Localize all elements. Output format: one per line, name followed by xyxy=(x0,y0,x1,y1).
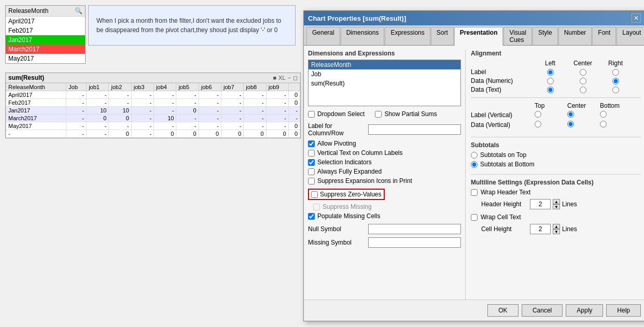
dialog-close-button[interactable]: ✕ xyxy=(632,13,641,23)
data-table: ReleaseMonthJobjob1job2job3job4job5job6j… xyxy=(6,83,300,138)
dialog-tab[interactable]: Font xyxy=(592,27,616,45)
always-expanded-row: Always Fully Expanded xyxy=(308,168,461,175)
cell-height-up[interactable]: ▲ xyxy=(553,224,560,229)
populate-missing-label: Populate Missing Cells xyxy=(317,212,380,220)
ok-button[interactable]: OK xyxy=(487,304,519,317)
table-cell: - xyxy=(109,99,131,107)
suppress-zero-checkbox[interactable] xyxy=(311,191,318,198)
table-row: April2017----------0 xyxy=(6,91,300,99)
table-cell-label: March2017 xyxy=(6,115,66,122)
dialog-tab[interactable]: Presentation xyxy=(454,27,503,46)
always-expanded-checkbox[interactable] xyxy=(308,168,315,175)
subtotals-top-row: Subtotals on Top xyxy=(471,151,641,159)
selection-indicators-checkbox[interactable] xyxy=(308,159,315,166)
cell-height-spinner: ▲ ▼ xyxy=(553,224,560,234)
vert-data-bottom xyxy=(600,121,631,129)
table-header: job9 xyxy=(266,83,288,91)
dialog-tab[interactable]: General xyxy=(306,27,340,45)
allow-pivoting-checkbox[interactable] xyxy=(308,140,315,147)
table-cell: - xyxy=(266,122,288,130)
show-partial-sums-checkbox[interactable] xyxy=(375,111,382,118)
table-cell: - xyxy=(266,107,288,115)
table-cell: - xyxy=(66,107,87,115)
table-cell: - xyxy=(244,91,266,99)
dropdown-select-checkbox[interactable] xyxy=(308,111,315,118)
filter-list-item[interactable]: March2017 xyxy=(6,45,85,54)
null-symbol-input[interactable] xyxy=(368,224,461,234)
dialog-footer: OK Cancel Apply Help xyxy=(304,300,644,321)
table-cell: 0 xyxy=(199,130,221,138)
checkboxes-section: Allow Pivoting Vertical Text on Column L… xyxy=(308,140,461,184)
dim-list-item[interactable]: Job xyxy=(309,69,460,79)
table-cell: - xyxy=(221,99,244,107)
table-cell-label: Jan2017 xyxy=(6,107,66,115)
table-cell: - xyxy=(131,107,153,115)
dialog-tab[interactable]: Number xyxy=(558,27,592,45)
table-cell: - xyxy=(87,130,109,138)
dialog-tab[interactable]: Expressions xyxy=(385,27,430,45)
dialog-tab[interactable]: Style xyxy=(533,27,558,45)
table-cell: 10 xyxy=(154,115,176,122)
align-text-center xyxy=(567,87,598,93)
dialog-tab[interactable]: Dimensions xyxy=(341,27,385,45)
table-cell: 0 xyxy=(221,130,244,138)
filter-list-item[interactable]: May2017 xyxy=(6,54,85,63)
vertical-text-label: Vertical Text on Column Labels xyxy=(317,149,403,157)
table-icon-xl[interactable]: XL xyxy=(278,75,285,81)
table-cell: - xyxy=(266,99,288,107)
vert-data-center xyxy=(567,121,598,129)
header-height-up[interactable]: ▲ xyxy=(553,199,560,204)
table-icon-settings[interactable]: ■ xyxy=(273,75,276,81)
header-height-group: Header Height ▲ ▼ Lines xyxy=(481,199,641,209)
suppress-zero-row: Suppress Zero-Values xyxy=(308,189,461,200)
suppress-expansion-checkbox[interactable] xyxy=(308,178,315,184)
populate-missing-checkbox[interactable] xyxy=(308,213,315,220)
table-cell: - xyxy=(109,122,131,130)
cell-height-down[interactable]: ▼ xyxy=(553,229,560,234)
subtotals-top-radio[interactable] xyxy=(471,152,478,159)
null-symbol-row: Null Symbol xyxy=(308,224,461,234)
show-partial-sums-label: Show Partial Sums xyxy=(384,110,437,118)
dialog-tab[interactable]: Layout xyxy=(617,27,644,45)
table-header: job4 xyxy=(154,83,176,91)
cancel-button[interactable]: Cancel xyxy=(522,304,563,317)
align-col-center: Center xyxy=(567,60,598,67)
table-cell: 0 xyxy=(176,130,199,138)
header-height-input[interactable] xyxy=(530,199,551,209)
table-cell: - xyxy=(154,107,176,115)
table-toolbar: sum(Result) ■ XL − ◻ xyxy=(6,73,300,83)
table-icon-maximize[interactable]: ◻ xyxy=(293,75,298,81)
dialog-tab[interactable]: Sort xyxy=(431,27,454,45)
filter-list-item[interactable]: Feb2017 xyxy=(6,26,85,35)
missing-symbol-input[interactable] xyxy=(368,237,461,248)
dialog-tab[interactable]: Visual Cues xyxy=(503,27,531,45)
table-cell: - xyxy=(199,115,221,122)
dim-list-item[interactable]: ReleaseMonth xyxy=(309,60,460,69)
wrap-header-checkbox[interactable] xyxy=(471,189,478,196)
suppress-zero-highlight: Suppress Zero-Values xyxy=(308,189,385,200)
table-header: job2 xyxy=(109,83,131,91)
cell-height-group: Cell Height ▲ ▼ Lines xyxy=(481,224,641,234)
wrap-cell-row: Wrap Cell Text xyxy=(471,214,641,221)
suppress-missing-checkbox[interactable] xyxy=(313,204,320,210)
filter-list-item[interactable]: Jan2017 xyxy=(6,35,85,45)
apply-button[interactable]: Apply xyxy=(566,304,603,317)
align-col-left: Left xyxy=(535,60,566,67)
table-cell: - xyxy=(176,122,199,130)
table-cell: - xyxy=(109,91,131,99)
cell-height-input[interactable] xyxy=(530,224,551,234)
header-height-spinner: ▲ ▼ xyxy=(553,199,560,209)
label-column-input[interactable] xyxy=(368,124,461,135)
suppress-missing-label: Suppress Missing xyxy=(323,203,372,210)
table-icon-minus[interactable]: − xyxy=(288,75,291,81)
subtotals-bottom-radio[interactable] xyxy=(471,161,478,168)
help-button[interactable]: Help xyxy=(606,304,641,317)
header-height-down[interactable]: ▼ xyxy=(553,204,560,209)
align-label-left xyxy=(535,69,566,76)
vertical-text-checkbox[interactable] xyxy=(308,150,315,157)
table-cell: - xyxy=(176,99,199,107)
dim-list-item[interactable]: sum(Result) xyxy=(309,79,460,88)
search-icon[interactable]: 🔍 xyxy=(75,7,82,15)
filter-list-item[interactable]: April2017 xyxy=(6,17,85,26)
wrap-cell-checkbox[interactable] xyxy=(471,214,478,221)
